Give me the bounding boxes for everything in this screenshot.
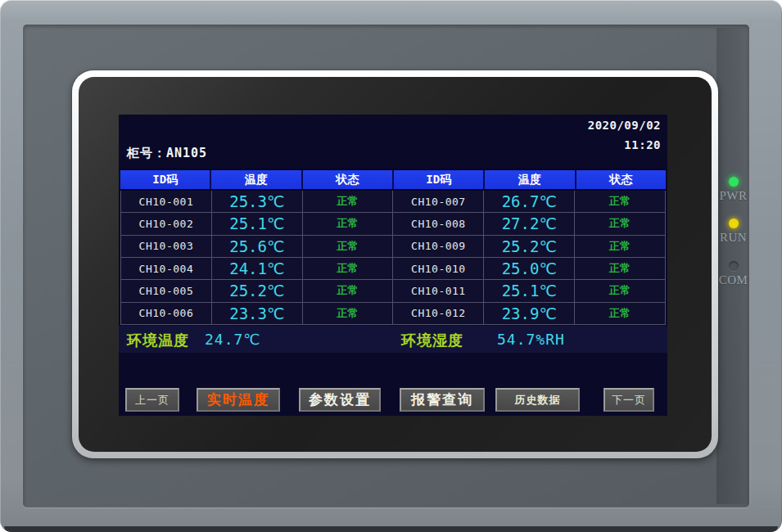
status-led-strip: PWRRUNCOM bbox=[716, 28, 751, 504]
table-cell-status: 正常 bbox=[575, 191, 665, 212]
table-header-cell: ID码 bbox=[120, 170, 211, 189]
table-header-cell: ID码 bbox=[394, 170, 485, 189]
env-temp-value: 24.7℃ bbox=[205, 331, 261, 348]
table-cell-id: CH10-006 bbox=[121, 303, 212, 324]
table-row: CH10-00623.3℃正常CH10-01223.9℃正常 bbox=[121, 303, 665, 324]
table-cell-temp: 25.2℃ bbox=[484, 236, 575, 257]
run-led-group: RUN bbox=[716, 219, 750, 245]
table-row: CH10-00325.6℃正常CH10-00925.2℃正常 bbox=[121, 236, 665, 258]
table-cell-status: 正常 bbox=[303, 236, 394, 257]
env-humidity-label: 环境湿度 bbox=[401, 331, 463, 350]
table-row: CH10-00525.2℃正常CH10-01125.1℃正常 bbox=[121, 280, 665, 302]
table-cell-id: CH10-003 bbox=[121, 236, 212, 257]
table-header-cell: 状态 bbox=[576, 170, 666, 189]
table-row: CH10-00424.1℃正常CH10-01025.0℃正常 bbox=[121, 258, 665, 280]
run-led bbox=[729, 219, 739, 228]
env-temp-label: 环境温度 bbox=[127, 331, 189, 350]
table-cell-id: CH10-008 bbox=[393, 213, 484, 234]
cabinet-label: 柜号：AN105 bbox=[127, 146, 207, 161]
table-body: CH10-00125.3℃正常CH10-00726.7℃正常CH10-00225… bbox=[120, 191, 666, 325]
environment-band: 环境温度 24.7℃ 环境湿度 54.7%RH bbox=[119, 326, 667, 353]
table-cell-id: CH10-001 bbox=[121, 191, 212, 212]
table-header-cell: 状态 bbox=[303, 170, 394, 189]
date-display: 2020/09/02 bbox=[588, 117, 661, 133]
screen-glass: 2020/09/02 11:20 柜号：AN105 ID码温度状态ID码温度状态… bbox=[79, 77, 712, 452]
table-cell-temp: 23.9℃ bbox=[484, 303, 575, 324]
table-cell-temp: 27.2℃ bbox=[484, 213, 575, 234]
table-cell-status: 正常 bbox=[303, 213, 394, 234]
pwr-led-label: PWR bbox=[719, 189, 747, 203]
table-cell-temp: 25.1℃ bbox=[484, 280, 575, 301]
param-settings-button[interactable]: 参数设置 bbox=[299, 388, 381, 412]
table-cell-status: 正常 bbox=[303, 258, 394, 279]
table-cell-id: CH10-010 bbox=[393, 258, 484, 279]
table-header-row: ID码温度状态ID码温度状态 bbox=[120, 169, 666, 191]
table-cell-temp: 24.1℃ bbox=[212, 258, 303, 279]
realtime-temp-button[interactable]: 实时温度 bbox=[197, 388, 280, 412]
screen-frame: 2020/09/02 11:20 柜号：AN105 ID码温度状态ID码温度状态… bbox=[72, 70, 718, 458]
table-cell-temp: 25.0℃ bbox=[484, 258, 575, 279]
table-cell-temp: 26.7℃ bbox=[484, 191, 575, 212]
table-cell-temp: 25.1℃ bbox=[212, 213, 303, 234]
com-led-group: COM bbox=[716, 261, 750, 287]
pwr-led-group: PWR bbox=[716, 177, 750, 203]
table-cell-id: CH10-002 bbox=[121, 213, 212, 234]
run-led-label: RUN bbox=[720, 231, 747, 245]
com-led bbox=[729, 261, 739, 271]
alarm-query-button[interactable]: 报警查询 bbox=[400, 388, 485, 412]
lcd-display: 2020/09/02 11:20 柜号：AN105 ID码温度状态ID码温度状态… bbox=[119, 115, 667, 416]
datetime-display: 2020/09/02 11:20 bbox=[588, 117, 661, 153]
prev-page-button[interactable]: 上一页 bbox=[125, 388, 179, 412]
table-row: CH10-00125.3℃正常CH10-00726.7℃正常 bbox=[121, 191, 665, 213]
table-cell-status: 正常 bbox=[575, 236, 665, 257]
table-cell-id: CH10-005 bbox=[121, 280, 212, 301]
table-cell-status: 正常 bbox=[303, 280, 394, 301]
table-cell-id: CH10-009 bbox=[393, 236, 484, 257]
time-display: 11:20 bbox=[588, 137, 661, 153]
table-cell-temp: 23.3℃ bbox=[212, 303, 303, 324]
device-bottom-edge bbox=[4, 526, 778, 532]
temperature-table: ID码温度状态ID码温度状态 CH10-00125.3℃正常CH10-00726… bbox=[120, 169, 666, 325]
history-data-button[interactable]: 历史数据 bbox=[495, 388, 580, 412]
pwr-led bbox=[729, 177, 739, 187]
com-led-label: COM bbox=[719, 273, 748, 287]
table-cell-temp: 25.2℃ bbox=[212, 280, 303, 301]
table-cell-status: 正常 bbox=[303, 191, 394, 212]
table-cell-id: CH10-004 bbox=[121, 258, 212, 279]
table-cell-id: CH10-007 bbox=[393, 191, 484, 212]
table-cell-status: 正常 bbox=[575, 213, 665, 234]
hmi-device: PWRRUNCOM 2020/09/02 11:20 柜号：AN105 ID码温… bbox=[0, 0, 782, 532]
next-page-button[interactable]: 下一页 bbox=[603, 388, 654, 412]
table-row: CH10-00225.1℃正常CH10-00827.2℃正常 bbox=[121, 213, 665, 235]
table-cell-temp: 25.6℃ bbox=[212, 236, 303, 257]
table-cell-status: 正常 bbox=[303, 303, 394, 324]
table-cell-status: 正常 bbox=[575, 303, 665, 324]
table-cell-id: CH10-011 bbox=[393, 280, 484, 301]
table-cell-temp: 25.3℃ bbox=[212, 191, 303, 212]
table-header-cell: 温度 bbox=[485, 170, 576, 189]
nav-button-row: 上一页实时温度参数设置报警查询历史数据下一页 bbox=[119, 388, 667, 413]
table-cell-id: CH10-012 bbox=[393, 303, 484, 324]
table-cell-status: 正常 bbox=[575, 258, 665, 279]
env-humidity-value: 54.7%RH bbox=[497, 331, 565, 348]
table-header-cell: 温度 bbox=[211, 170, 302, 189]
table-cell-status: 正常 bbox=[575, 280, 665, 301]
